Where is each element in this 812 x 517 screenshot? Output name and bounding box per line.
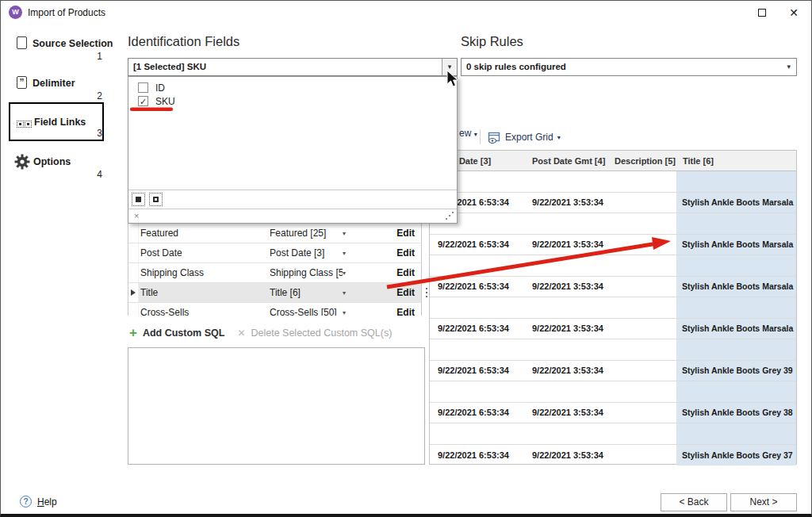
field-name: Post Date [139,247,270,258]
field-value-dropdown[interactable]: Title [6]▾ [270,287,354,298]
checkbox-unchecked[interactable] [138,82,148,93]
preview-grid: Post Date [3] Post Date Gmt [4] Descript… [429,150,797,465]
step-label: Source Selection [33,38,113,49]
grid-row-empty[interactable] [430,213,796,235]
view-button-partial[interactable]: ew ▾ [459,128,477,147]
field-value: Title [6] [270,287,343,298]
cell-post-date-gmt: 9/22/2021 3:53:34 [524,403,607,423]
export-grid-button[interactable]: Export Grid ▾ [488,128,561,147]
cell-title: Stylish Ankle Boots Grey 39 [676,361,796,381]
export-grid-label: Export Grid [505,132,553,143]
field-value-dropdown[interactable]: Featured [25]▾ [270,228,354,239]
column-header[interactable]: Title [6] [676,151,796,170]
cell-post-date-gmt: 9/22/2021 3:53:34 [524,235,607,255]
mapping-row[interactable]: Shipping Class Shipping Class [54▾ Edit [128,263,421,283]
cell-title: Stylish Ankle Boots Marsala [676,277,796,297]
grid-row[interactable]: 9/22/2021 6:53:34 9/22/2021 3:53:34 Styl… [430,403,796,424]
field-value-dropdown[interactable]: Post Date [3]▾ [270,247,354,258]
next-button[interactable]: Next > [730,493,797,511]
grid-row[interactable]: 9/22/2021 6:53:34 9/22/2021 3:53:34 Styl… [430,193,796,214]
combo-value: 0 skip rules configured [466,59,566,75]
cell-post-date: 9/22/2021 6:53:34 [430,445,524,466]
uncheck-all-icon[interactable] [149,193,163,206]
grid-row-empty[interactable] [430,255,796,277]
edit-button[interactable]: Edit [396,307,421,316]
field-name: Cross-Sells [139,307,270,316]
grid-row[interactable]: 9/22/2021 6:53:34 9/22/2021 3:53:34 Styl… [430,277,796,298]
popup-close-icon[interactable]: × [134,210,139,221]
back-button[interactable]: < Back [661,493,727,511]
add-custom-sql-label: Add Custom SQL [143,327,224,339]
edit-button[interactable]: Edit [396,247,421,258]
step-number: 2 [90,90,102,101]
grid-row-empty[interactable] [430,423,796,445]
splitter-grip[interactable] [425,288,428,301]
row-indicator [128,243,139,262]
check-all-icon[interactable] [132,193,145,206]
row-indicator [128,263,139,282]
chevron-down-icon: ▾ [448,63,452,71]
step-number: 1 [90,51,102,62]
field-links-icon [17,117,32,131]
mapping-row[interactable]: Cross-Sells Cross-Sells [50]▾ Edit [128,303,421,316]
mapping-row[interactable]: Post Date Post Date [3]▾ Edit [128,243,421,263]
cell-post-date: 9/22/2021 6:53:34 [430,403,524,423]
grid-row[interactable]: 9/22/2021 6:53:34 9/22/2021 3:53:34 Styl… [430,319,796,340]
chevron-down-icon: ▾ [343,289,346,297]
field-value-dropdown[interactable]: Shipping Class [54▾ [270,267,354,278]
checkbox-checked[interactable]: ✓ [138,96,148,106]
grid-row-empty[interactable] [430,381,796,403]
maximize-icon [758,9,766,17]
sidebar-item-field-links[interactable]: Field Links 3 [1,114,120,141]
edit-button[interactable]: Edit [396,267,421,278]
help-link[interactable]: ? Help [20,496,57,507]
skip-rules-heading: Skip Rules [461,34,523,49]
cell-post-date: 9/22/2021 6:53:34 [430,361,524,381]
window-title: Import of Products [28,1,105,25]
mapping-row[interactable]: Featured Featured [25]▾ Edit [128,224,421,243]
option-sku[interactable]: ✓ SKU [128,94,457,108]
grid-row-empty[interactable] [430,171,796,193]
delete-custom-sql-button[interactable]: ✕ Delete Selected Custom SQL(s) [224,327,392,339]
combo-dropdown-button[interactable]: ▾ [442,59,457,75]
grid-row-empty[interactable] [430,339,796,361]
option-id[interactable]: ID [128,81,457,94]
field-value: Shipping Class [54 [270,267,343,278]
sidebar-item-delimiter[interactable]: ” Delimiter 2 [1,75,120,102]
document-icon [17,36,27,49]
cell-post-date: 9/22/2021 6:53:34 [430,235,524,255]
size-grip-icon[interactable] [446,212,454,220]
add-custom-sql-button[interactable]: + Add Custom SQL [129,325,224,341]
grid-row[interactable]: 9/22/2021 6:53:34 9/22/2021 3:53:34 Styl… [430,235,796,256]
column-header[interactable]: Description [5] [607,151,676,170]
option-label: SKU [155,96,175,107]
step-label: Field Links [34,117,86,128]
cell-description [607,235,676,255]
grid-row[interactable]: 9/22/2021 6:53:34 9/22/2021 3:53:34 Styl… [430,361,796,382]
maximize-button[interactable] [748,1,776,24]
identification-fields-combobox[interactable]: [1 Selected] SKU ▾ [128,58,458,76]
mapping-row-selected[interactable]: Title Title [6]▾ Edit [128,283,421,303]
sidebar-item-source-selection[interactable]: Source Selection 1 [1,36,120,63]
step-number: 3 [90,128,102,139]
close-button[interactable]: ✕ [779,1,808,24]
cell-description [607,319,676,339]
cell-post-date-gmt: 9/22/2021 3:53:34 [524,193,607,213]
plus-icon: + [129,325,137,341]
column-header[interactable]: Post Date Gmt [4] [524,151,607,170]
combo-value: [1 Selected] SKU [133,59,206,75]
edit-button[interactable]: Edit [396,228,421,239]
grid-row-empty[interactable] [430,297,796,319]
cell-description [607,445,676,466]
sidebar-item-options[interactable]: Options 4 [1,153,120,182]
step-label: Options [33,156,71,167]
edit-button[interactable]: Edit [396,287,421,298]
grid-row[interactable]: 9/22/2021 6:53:34 9/22/2021 3:53:34 Styl… [430,445,796,466]
field-value-dropdown[interactable]: Cross-Sells [50]▾ [270,307,354,316]
gear-icon [14,154,30,173]
custom-sql-list-box[interactable] [128,347,425,465]
toolbar-separator [480,129,481,144]
skip-rules-combobox[interactable]: 0 skip rules configured ▾ [461,58,797,76]
cell-description [607,193,676,213]
cell-title: Stylish Ankle Boots Grey 38 [676,403,796,423]
